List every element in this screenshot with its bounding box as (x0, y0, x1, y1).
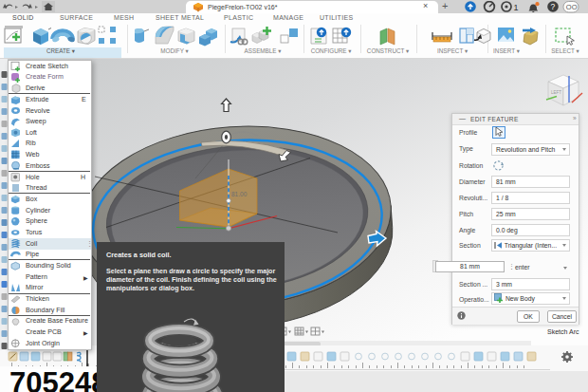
svg-text:1: 1 (514, 3, 519, 12)
svg-text:LEFT: LEFT (551, 90, 561, 95)
svg-text:81.00: 81.00 (231, 191, 248, 197)
svg-text:?: ? (551, 2, 556, 11)
svg-text:OO: OO (566, 3, 578, 11)
